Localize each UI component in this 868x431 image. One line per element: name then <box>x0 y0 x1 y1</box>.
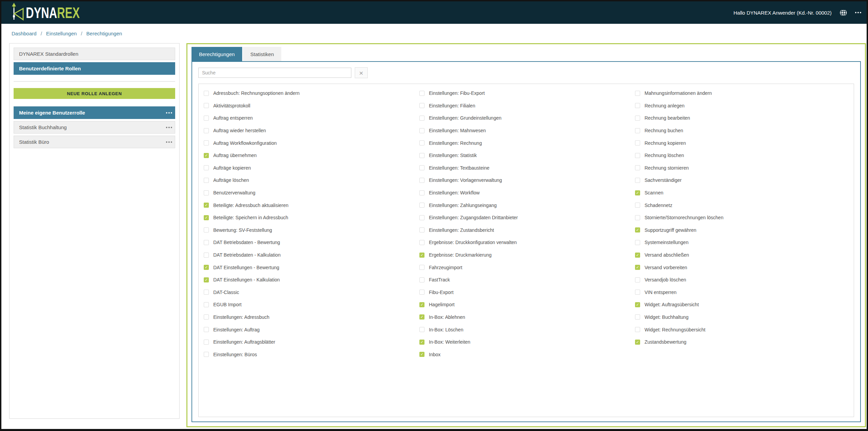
permission-item[interactable]: ✓ Auftrag übernehmen <box>204 149 419 162</box>
custom-role-item[interactable]: Statistik Büro <box>14 136 175 148</box>
new-role-button[interactable]: NEUE ROLLE ANLEGEN <box>14 88 175 99</box>
checkbox-icon[interactable]: ✓ <box>419 227 424 232</box>
checkbox-icon[interactable]: ✓ <box>419 116 424 121</box>
globe-icon[interactable] <box>840 9 847 16</box>
permission-item[interactable]: ✓ Rechnung kopieren <box>635 137 851 149</box>
permission-item[interactable]: ✓ Rechnung bearbeiten <box>635 112 851 124</box>
checkbox-icon[interactable]: ✓ <box>204 314 209 320</box>
permission-item[interactable]: ✓ Rechnung löschen <box>635 149 851 162</box>
permission-item[interactable]: ✓ DAT Einstellungen - Bewertung <box>204 261 419 274</box>
checkbox-icon[interactable]: ✓ <box>204 140 209 145</box>
permission-item[interactable]: ✓ DAT Einstellungen - Kalkulation <box>204 274 419 286</box>
permission-item[interactable]: ✓ In-Box: Weiterleiten <box>419 336 635 348</box>
checkbox-icon[interactable]: ✓ <box>204 265 209 270</box>
permission-item[interactable]: ✓ Inbox <box>419 348 635 361</box>
checkbox-icon[interactable]: ✓ <box>419 128 424 133</box>
checkbox-icon[interactable]: ✓ <box>204 116 209 121</box>
permission-item[interactable]: ✓ Scannen <box>635 187 851 199</box>
permission-item[interactable]: ✓ Einstellungen: Auftragsblätter <box>204 336 419 348</box>
checkbox-icon[interactable]: ✓ <box>635 153 640 158</box>
permission-item[interactable]: ✓ DAT-Classic <box>204 286 419 299</box>
permission-item[interactable]: ✓ Einstellungen: Büros <box>204 348 419 361</box>
checkbox-icon[interactable]: ✓ <box>635 314 640 320</box>
tab[interactable]: Statistiken <box>243 47 281 61</box>
permission-item[interactable]: ✓ FastTrack <box>419 274 635 286</box>
permission-item[interactable]: ✓ Zustandsbewertung <box>635 336 851 348</box>
permission-item[interactable]: ✓ Versandjob löschen <box>635 274 851 286</box>
checkbox-icon[interactable]: ✓ <box>419 240 424 245</box>
permission-item[interactable]: ✓ Einstellungen: Workflow <box>419 187 635 199</box>
breadcrumb-berechtigungen[interactable]: Berechtigungen <box>86 31 122 36</box>
permission-item[interactable]: ✓ Versand vorbereiten <box>635 261 851 274</box>
checkbox-icon[interactable]: ✓ <box>635 253 640 258</box>
checkbox-icon[interactable]: ✓ <box>635 290 640 295</box>
permission-item[interactable]: ✓ Benutzerverwaltung <box>204 187 419 199</box>
checkbox-icon[interactable]: ✓ <box>204 277 209 282</box>
checkbox-icon[interactable]: ✓ <box>635 265 640 270</box>
checkbox-icon[interactable]: ✓ <box>204 227 209 232</box>
permission-item[interactable]: ✓ Bewertung: SV-Feststellung <box>204 224 419 237</box>
checkbox-icon[interactable]: ✓ <box>204 153 209 158</box>
permission-item[interactable]: ✓ VIN entsperren <box>635 286 851 299</box>
checkbox-icon[interactable]: ✓ <box>204 128 209 133</box>
checkbox-icon[interactable]: ✓ <box>419 103 424 108</box>
checkbox-icon[interactable]: ✓ <box>204 340 209 345</box>
permission-item[interactable]: ✓ Rechnung buchen <box>635 124 851 137</box>
permission-item[interactable]: ✓ Einstellungen: Grundeinstellungen <box>419 112 635 124</box>
checkbox-icon[interactable]: ✓ <box>419 340 424 345</box>
permission-item[interactable]: ✓ Schadennetz <box>635 199 851 211</box>
checkbox-icon[interactable]: ✓ <box>419 215 424 220</box>
breadcrumb-dashboard[interactable]: Dashboard <box>12 31 36 36</box>
permission-item[interactable]: ✓ DAT Betriebsdaten - Kalkulation <box>204 249 419 261</box>
custom-role-item[interactable]: Meine eigene Benutzerrolle <box>14 106 175 119</box>
permission-item[interactable]: ✓ Stornierte/Stornorechnungen löschen <box>635 211 851 224</box>
checkbox-icon[interactable]: ✓ <box>635 140 640 145</box>
permission-item[interactable]: ✓ Aktivitätsprotokoll <box>204 100 419 112</box>
checkbox-icon[interactable]: ✓ <box>635 340 640 345</box>
checkbox-icon[interactable]: ✓ <box>204 253 209 258</box>
checkbox-icon[interactable]: ✓ <box>419 153 424 158</box>
permission-item[interactable]: ✓ Einstellungen: Zustandsbericht <box>419 224 635 237</box>
checkbox-icon[interactable]: ✓ <box>204 352 209 357</box>
role-group-button[interactable]: DYNAREX Standardrollen <box>14 48 175 60</box>
checkbox-icon[interactable]: ✓ <box>419 290 424 295</box>
checkbox-icon[interactable]: ✓ <box>204 290 209 295</box>
permission-item[interactable]: ✓ Auftrag wieder herstellen <box>204 124 419 137</box>
checkbox-icon[interactable]: ✓ <box>635 327 640 332</box>
permission-item[interactable]: ✓ Aufträge löschen <box>204 174 419 187</box>
checkbox-icon[interactable]: ✓ <box>635 203 640 208</box>
checkbox-icon[interactable]: ✓ <box>635 165 640 170</box>
permission-item[interactable]: ✓ Ergebnisse: Druckmarkierung <box>419 249 635 261</box>
permission-item[interactable]: ✓ Sachverständiger <box>635 174 851 187</box>
checkbox-icon[interactable]: ✓ <box>419 253 424 258</box>
permission-item[interactable]: ✓ Versand abschließen <box>635 249 851 261</box>
checkbox-icon[interactable]: ✓ <box>635 190 640 195</box>
role-more-icon[interactable] <box>166 141 167 143</box>
custom-role-item[interactable]: Statistik Buchhaltung <box>14 121 175 134</box>
checkbox-icon[interactable]: ✓ <box>419 327 424 332</box>
checkbox-icon[interactable]: ✓ <box>635 128 640 133</box>
checkbox-icon[interactable]: ✓ <box>419 277 424 282</box>
dynarex-logo[interactable]: DYNAREX <box>10 3 101 22</box>
checkbox-icon[interactable]: ✓ <box>204 178 209 183</box>
permission-item[interactable]: ✓ In-Box: Löschen <box>419 323 635 336</box>
permission-item[interactable]: ✓ Rechnung anlegen <box>635 100 851 112</box>
permission-item[interactable]: ✓ Auftrag Workflowkonfiguration <box>204 137 419 149</box>
permission-item[interactable]: ✓ Hagelimport <box>419 298 635 311</box>
tab[interactable]: Berechtigungen <box>191 47 242 61</box>
checkbox-icon[interactable]: ✓ <box>419 265 424 270</box>
permission-item[interactable]: ✓ Fahrzeugimport <box>419 261 635 274</box>
permission-item[interactable]: ✓ Beteiligte: Adressbuch aktualisieren <box>204 199 419 211</box>
search-input[interactable] <box>198 68 351 78</box>
permission-item[interactable]: ✓ Widget: Buchhaltung <box>635 311 851 324</box>
permission-item[interactable]: ✓ Einstellungen: Textbausteine <box>419 162 635 174</box>
checkbox-icon[interactable]: ✓ <box>635 91 640 96</box>
checkbox-icon[interactable]: ✓ <box>635 302 640 307</box>
role-group-button[interactable]: Benutzerdefinierte Rollen <box>14 62 175 75</box>
permission-item[interactable]: ✓ Widget: Auftragsübersicht <box>635 298 851 311</box>
permission-item[interactable]: ✓ Beteiligte: Speichern in Adressbuch <box>204 211 419 224</box>
checkbox-icon[interactable]: ✓ <box>204 327 209 332</box>
permission-item[interactable]: ✓ Ergebnisse: Druckkonfiguration verwalt… <box>419 236 635 249</box>
permission-item[interactable]: ✓ Auftrag entsperren <box>204 112 419 124</box>
checkbox-icon[interactable]: ✓ <box>204 302 209 307</box>
